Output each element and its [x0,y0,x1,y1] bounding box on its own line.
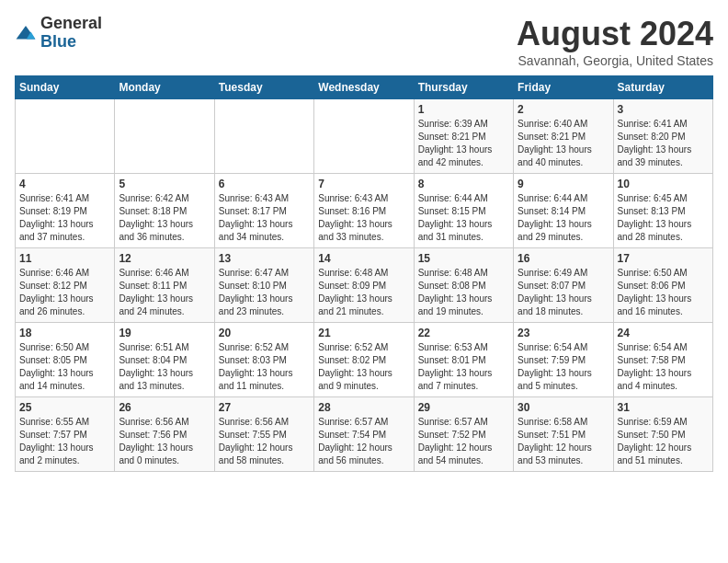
day-number: 5 [119,178,210,190]
cell-info: Sunrise: 6:52 AMSunset: 8:02 PMDaylight:… [318,341,409,393]
header-row: Sunday Monday Tuesday Wednesday Thursday… [16,76,713,99]
calendar-header: Sunday Monday Tuesday Wednesday Thursday… [16,76,713,99]
cell-info: Sunrise: 6:56 AMSunset: 7:56 PMDaylight:… [119,416,210,467]
cell-info: Sunrise: 6:41 AMSunset: 8:20 PMDaylight:… [618,118,709,169]
cell-info: Sunrise: 6:46 AMSunset: 8:12 PMDaylight:… [19,267,110,318]
cell-info: Sunrise: 6:48 AMSunset: 8:09 PMDaylight:… [318,267,409,318]
cell-info: Sunrise: 6:40 AMSunset: 8:21 PMDaylight:… [518,118,609,169]
calendar-week-5: 25Sunrise: 6:55 AMSunset: 7:57 PMDayligh… [16,397,713,472]
logo-text: General Blue [40,15,102,52]
calendar-cell: 8Sunrise: 6:44 AMSunset: 8:15 PMDaylight… [414,174,513,248]
calendar-cell: 10Sunrise: 6:45 AMSunset: 8:13 PMDayligh… [613,174,712,248]
day-number: 22 [418,327,509,339]
calendar-cell: 24Sunrise: 6:54 AMSunset: 7:58 PMDayligh… [613,323,712,397]
calendar-cell: 1Sunrise: 6:39 AMSunset: 8:21 PMDaylight… [414,99,513,174]
calendar-cell: 3Sunrise: 6:41 AMSunset: 8:20 PMDaylight… [613,99,712,174]
header-sunday: Sunday [16,76,115,99]
calendar-cell: 4Sunrise: 6:41 AMSunset: 8:19 PMDaylight… [16,174,115,248]
cell-info: Sunrise: 6:41 AMSunset: 8:19 PMDaylight:… [19,192,110,244]
calendar-cell: 26Sunrise: 6:56 AMSunset: 7:56 PMDayligh… [115,397,214,472]
calendar-week-2: 4Sunrise: 6:41 AMSunset: 8:19 PMDaylight… [16,174,713,248]
cell-info: Sunrise: 6:44 AMSunset: 8:15 PMDaylight:… [418,192,509,244]
calendar-cell: 18Sunrise: 6:50 AMSunset: 8:05 PMDayligh… [16,323,115,397]
calendar-cell: 27Sunrise: 6:56 AMSunset: 7:55 PMDayligh… [214,397,313,472]
cell-info: Sunrise: 6:43 AMSunset: 8:17 PMDaylight:… [219,192,310,244]
calendar-cell: 6Sunrise: 6:43 AMSunset: 8:17 PMDaylight… [214,174,313,248]
cell-info: Sunrise: 6:43 AMSunset: 8:16 PMDaylight:… [318,192,409,244]
day-number: 6 [219,178,310,190]
day-number: 24 [618,327,709,339]
day-number: 20 [219,327,310,339]
header-thursday: Thursday [414,76,513,99]
calendar-cell: 11Sunrise: 6:46 AMSunset: 8:12 PMDayligh… [16,248,115,323]
header-friday: Friday [514,76,613,99]
cell-info: Sunrise: 6:55 AMSunset: 7:57 PMDaylight:… [19,416,110,467]
calendar-cell: 2Sunrise: 6:40 AMSunset: 8:21 PMDaylight… [514,99,613,174]
header-tuesday: Tuesday [214,76,313,99]
cell-info: Sunrise: 6:45 AMSunset: 8:13 PMDaylight:… [618,192,709,244]
calendar-cell: 21Sunrise: 6:52 AMSunset: 8:02 PMDayligh… [314,323,414,397]
calendar-cell: 12Sunrise: 6:46 AMSunset: 8:11 PMDayligh… [115,248,214,323]
day-number: 11 [19,252,110,265]
logo: General Blue [15,15,102,52]
calendar-cell [214,99,313,174]
cell-info: Sunrise: 6:52 AMSunset: 8:03 PMDaylight:… [219,341,310,393]
day-number: 30 [518,401,609,414]
page-header: General Blue August 2024 Savannah, Georg… [15,15,713,68]
day-number: 13 [219,252,310,265]
calendar-cell [16,99,115,174]
day-number: 25 [19,401,110,414]
day-number: 1 [418,103,509,116]
calendar-table: Sunday Monday Tuesday Wednesday Thursday… [15,75,713,472]
calendar-cell: 16Sunrise: 6:49 AMSunset: 8:07 PMDayligh… [514,248,613,323]
cell-info: Sunrise: 6:54 AMSunset: 7:58 PMDaylight:… [618,341,709,393]
day-number: 4 [19,178,110,190]
cell-info: Sunrise: 6:49 AMSunset: 8:07 PMDaylight:… [518,267,609,318]
calendar-cell: 13Sunrise: 6:47 AMSunset: 8:10 PMDayligh… [214,248,313,323]
day-number: 29 [418,401,509,414]
calendar-cell: 19Sunrise: 6:51 AMSunset: 8:04 PMDayligh… [115,323,214,397]
calendar-cell [314,99,414,174]
day-number: 31 [618,401,709,414]
calendar-cell: 17Sunrise: 6:50 AMSunset: 8:06 PMDayligh… [613,248,712,323]
calendar-cell: 9Sunrise: 6:44 AMSunset: 8:14 PMDaylight… [514,174,613,248]
title-area: August 2024 Savannah, Georgia, United St… [517,15,713,68]
header-saturday: Saturday [613,76,712,99]
cell-info: Sunrise: 6:47 AMSunset: 8:10 PMDaylight:… [219,267,310,318]
calendar-cell: 23Sunrise: 6:54 AMSunset: 7:59 PMDayligh… [514,323,613,397]
header-wednesday: Wednesday [314,76,414,99]
cell-info: Sunrise: 6:46 AMSunset: 8:11 PMDaylight:… [119,267,210,318]
cell-info: Sunrise: 6:53 AMSunset: 8:01 PMDaylight:… [418,341,509,393]
calendar-cell: 30Sunrise: 6:58 AMSunset: 7:51 PMDayligh… [514,397,613,472]
cell-info: Sunrise: 6:39 AMSunset: 8:21 PMDaylight:… [418,118,509,169]
day-number: 15 [418,252,509,265]
day-number: 19 [119,327,210,339]
day-number: 7 [318,178,409,190]
cell-info: Sunrise: 6:50 AMSunset: 8:05 PMDaylight:… [19,341,110,393]
day-number: 8 [418,178,509,190]
cell-info: Sunrise: 6:57 AMSunset: 7:52 PMDaylight:… [418,416,509,467]
calendar-week-3: 11Sunrise: 6:46 AMSunset: 8:12 PMDayligh… [16,248,713,323]
logo-blue: Blue [40,33,102,52]
day-number: 28 [318,401,409,414]
cell-info: Sunrise: 6:44 AMSunset: 8:14 PMDaylight:… [518,192,609,244]
day-number: 17 [618,252,709,265]
cell-info: Sunrise: 6:51 AMSunset: 8:04 PMDaylight:… [119,341,210,393]
calendar-cell: 15Sunrise: 6:48 AMSunset: 8:08 PMDayligh… [414,248,513,323]
day-number: 23 [518,327,609,339]
cell-info: Sunrise: 6:42 AMSunset: 8:18 PMDaylight:… [119,192,210,244]
cell-info: Sunrise: 6:50 AMSunset: 8:06 PMDaylight:… [618,267,709,318]
day-number: 26 [119,401,210,414]
day-number: 9 [518,178,609,190]
calendar-body: 1Sunrise: 6:39 AMSunset: 8:21 PMDaylight… [16,99,713,472]
calendar-cell: 22Sunrise: 6:53 AMSunset: 8:01 PMDayligh… [414,323,513,397]
calendar-week-1: 1Sunrise: 6:39 AMSunset: 8:21 PMDaylight… [16,99,713,174]
day-number: 21 [318,327,409,339]
day-number: 2 [518,103,609,116]
calendar-cell: 20Sunrise: 6:52 AMSunset: 8:03 PMDayligh… [214,323,313,397]
cell-info: Sunrise: 6:58 AMSunset: 7:51 PMDaylight:… [518,416,609,467]
day-number: 27 [219,401,310,414]
cell-info: Sunrise: 6:54 AMSunset: 7:59 PMDaylight:… [518,341,609,393]
day-number: 10 [618,178,709,190]
calendar-cell: 29Sunrise: 6:57 AMSunset: 7:52 PMDayligh… [414,397,513,472]
